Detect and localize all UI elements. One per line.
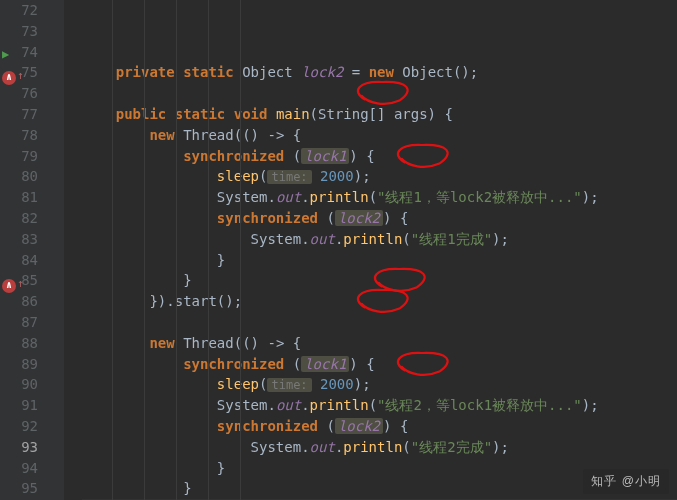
code-line[interactable]: System.out.println("线程1完成");	[82, 229, 677, 250]
line-number[interactable]: 73	[0, 21, 58, 42]
code-line[interactable]: }).start();	[82, 291, 677, 312]
code-line[interactable]: synchronized (lock2) {	[82, 416, 677, 437]
code-line[interactable]: synchronized (lock1) {	[82, 354, 677, 375]
line-number[interactable]: 92	[0, 416, 58, 437]
code-line[interactable]: System.out.println("线程2，等lock1被释放中...");	[82, 395, 677, 416]
code-line[interactable]: new Thread(() -> {	[82, 333, 677, 354]
line-number[interactable]: 95	[0, 478, 58, 499]
line-number[interactable]: 89	[0, 354, 58, 375]
code-line[interactable]: synchronized (lock1) {	[82, 146, 677, 167]
line-number[interactable]: 90	[0, 374, 58, 395]
code-line[interactable]: new Thread(() -> {	[82, 125, 677, 146]
line-number[interactable]: 86	[0, 291, 58, 312]
line-number[interactable]: 79	[0, 146, 58, 167]
line-number[interactable]: 84	[0, 250, 58, 271]
line-number[interactable]: 88	[0, 333, 58, 354]
gutter: 727374▶75∧↑76777879808182838485∧↑8687888…	[0, 0, 64, 500]
line-number[interactable]: 75∧↑	[0, 62, 58, 83]
code-line[interactable]: public static void main(String[] args) {	[82, 104, 677, 125]
code-line[interactable]: }	[82, 250, 677, 271]
line-number[interactable]: 76	[0, 83, 58, 104]
code-editor[interactable]: 727374▶75∧↑76777879808182838485∧↑8687888…	[0, 0, 677, 500]
code-line[interactable]: synchronized (lock2) {	[82, 208, 677, 229]
line-number[interactable]: 91	[0, 395, 58, 416]
code-area[interactable]: private static Object lock2 = new Object…	[64, 0, 677, 500]
line-number[interactable]: 93	[0, 437, 58, 458]
code-line[interactable]: private static Object lock2 = new Object…	[82, 62, 677, 83]
line-number[interactable]: 83	[0, 229, 58, 250]
line-number[interactable]: 78	[0, 125, 58, 146]
code-line[interactable]: System.out.println("线程2完成");	[82, 437, 677, 458]
line-number[interactable]: 87	[0, 312, 58, 333]
line-number[interactable]: 77	[0, 104, 58, 125]
code-line[interactable]: sleep(time: 2000);	[82, 374, 677, 395]
line-number[interactable]: 80	[0, 166, 58, 187]
watermark: 知乎 @小明	[583, 469, 669, 494]
line-number[interactable]: 82	[0, 208, 58, 229]
code-line[interactable]: }	[82, 270, 677, 291]
code-line[interactable]	[82, 83, 677, 104]
line-number[interactable]: 81	[0, 187, 58, 208]
line-number[interactable]: 85∧↑	[0, 270, 58, 291]
code-line[interactable]: System.out.println("线程1，等lock2被释放中...");	[82, 187, 677, 208]
line-number[interactable]: 94	[0, 458, 58, 479]
line-number[interactable]: 72	[0, 0, 58, 21]
code-line[interactable]: sleep(time: 2000);	[82, 166, 677, 187]
code-line[interactable]	[82, 312, 677, 333]
line-number[interactable]: 74▶	[0, 42, 58, 63]
run-gutter-icon[interactable]: ▶	[2, 44, 9, 65]
